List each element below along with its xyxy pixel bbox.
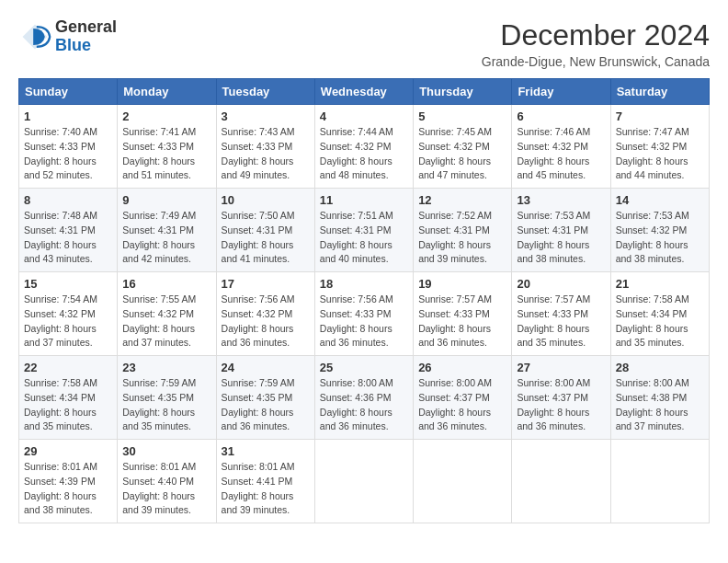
day-number: 27 [517,361,605,374]
day-number: 17 [222,277,310,291]
day-info: Sunrise: 7:58 AM Sunset: 4:34 PM Dayligh… [616,293,704,350]
day-info: Sunrise: 7:41 AM Sunset: 4:33 PM Dayligh… [122,125,210,183]
calendar-cell: 18 Sunrise: 7:56 AM Sunset: 4:33 PM Dayl… [314,272,413,356]
day-info: Sunrise: 7:58 AM Sunset: 4:34 PM Dayligh… [24,376,112,434]
day-info: Sunrise: 8:00 AM Sunset: 4:38 PM Dayligh… [616,376,704,434]
day-number: 10 [222,193,310,207]
calendar-cell: 5 Sunrise: 7:45 AM Sunset: 4:32 PM Dayli… [414,105,512,189]
day-number: 20 [517,277,605,291]
calendar-table: SundayMondayTuesdayWednesdayThursdayFrid… [18,78,710,523]
day-info: Sunrise: 7:52 AM Sunset: 4:31 PM Dayligh… [418,209,506,267]
calendar-cell: 27 Sunrise: 8:00 AM Sunset: 4:37 PM Dayl… [512,356,610,440]
day-info: Sunrise: 7:56 AM Sunset: 4:33 PM Dayligh… [320,293,408,350]
day-number: 11 [320,193,408,207]
day-info: Sunrise: 7:59 AM Sunset: 4:35 PM Dayligh… [122,376,210,434]
day-info: Sunrise: 7:46 AM Sunset: 4:32 PM Dayligh… [517,125,605,183]
calendar-cell: 9 Sunrise: 7:49 AM Sunset: 4:31 PM Dayli… [118,189,216,272]
calendar-week-row: 1 Sunrise: 7:40 AM Sunset: 4:33 PM Dayli… [19,105,710,189]
calendar-cell: 13 Sunrise: 7:53 AM Sunset: 4:31 PM Dayl… [512,189,610,272]
day-number: 8 [24,193,112,207]
day-number: 3 [222,109,310,123]
calendar-cell: 4 Sunrise: 7:44 AM Sunset: 4:32 PM Dayli… [314,105,413,189]
calendar-cell [314,440,413,523]
day-number: 18 [320,277,408,291]
weekday-header-monday: Monday [118,79,216,105]
day-info: Sunrise: 7:51 AM Sunset: 4:31 PM Dayligh… [320,209,408,267]
calendar-cell: 7 Sunrise: 7:47 AM Sunset: 4:32 PM Dayli… [610,105,709,189]
month-title: December 2024 [482,18,710,52]
weekday-header-friday: Friday [512,79,610,105]
day-info: Sunrise: 7:59 AM Sunset: 4:35 PM Dayligh… [222,376,310,434]
day-info: Sunrise: 7:48 AM Sunset: 4:31 PM Dayligh… [24,209,112,267]
day-info: Sunrise: 8:01 AM Sunset: 4:40 PM Dayligh… [122,460,210,518]
day-number: 6 [517,109,605,123]
page-header: General Blue December 2024 Grande-Digue,… [18,18,710,69]
calendar-cell: 16 Sunrise: 7:55 AM Sunset: 4:32 PM Dayl… [118,272,216,356]
calendar-cell: 23 Sunrise: 7:59 AM Sunset: 4:35 PM Dayl… [118,356,216,440]
logo-icon [18,20,51,53]
day-info: Sunrise: 7:40 AM Sunset: 4:33 PM Dayligh… [24,125,112,183]
title-block: December 2024 Grande-Digue, New Brunswic… [482,18,710,69]
calendar-cell: 1 Sunrise: 7:40 AM Sunset: 4:33 PM Dayli… [19,105,118,189]
logo: General Blue [18,18,117,55]
day-info: Sunrise: 7:47 AM Sunset: 4:32 PM Dayligh… [616,125,704,183]
calendar-cell: 29 Sunrise: 8:01 AM Sunset: 4:39 PM Dayl… [19,440,118,523]
day-info: Sunrise: 7:57 AM Sunset: 4:33 PM Dayligh… [418,293,506,350]
calendar-cell [414,440,512,523]
weekday-header-sunday: Sunday [19,79,118,105]
day-number: 24 [222,361,310,374]
calendar-week-row: 29 Sunrise: 8:01 AM Sunset: 4:39 PM Dayl… [19,440,710,523]
calendar-week-row: 22 Sunrise: 7:58 AM Sunset: 4:34 PM Dayl… [19,356,710,440]
location: Grande-Digue, New Brunswick, Canada [482,54,710,69]
day-info: Sunrise: 7:45 AM Sunset: 4:32 PM Dayligh… [418,125,506,183]
weekday-header-saturday: Saturday [610,79,709,105]
day-info: Sunrise: 8:00 AM Sunset: 4:37 PM Dayligh… [517,376,605,434]
day-number: 19 [418,277,506,291]
day-info: Sunrise: 8:00 AM Sunset: 4:36 PM Dayligh… [320,376,408,434]
calendar-cell: 28 Sunrise: 8:00 AM Sunset: 4:38 PM Dayl… [610,356,709,440]
day-info: Sunrise: 7:50 AM Sunset: 4:31 PM Dayligh… [222,209,310,267]
day-number: 1 [24,109,112,123]
day-number: 31 [222,444,310,458]
calendar-cell: 15 Sunrise: 7:54 AM Sunset: 4:32 PM Dayl… [19,272,118,356]
calendar-cell [512,440,610,523]
day-info: Sunrise: 8:00 AM Sunset: 4:37 PM Dayligh… [418,376,506,434]
day-number: 13 [517,193,605,207]
calendar-cell: 19 Sunrise: 7:57 AM Sunset: 4:33 PM Dayl… [414,272,512,356]
day-info: Sunrise: 7:49 AM Sunset: 4:31 PM Dayligh… [122,209,210,267]
calendar-cell: 17 Sunrise: 7:56 AM Sunset: 4:32 PM Dayl… [216,272,314,356]
day-info: Sunrise: 7:53 AM Sunset: 4:32 PM Dayligh… [616,209,704,267]
day-number: 2 [122,109,210,123]
weekday-header-wednesday: Wednesday [314,79,413,105]
calendar-cell: 21 Sunrise: 7:58 AM Sunset: 4:34 PM Dayl… [610,272,709,356]
calendar-cell: 6 Sunrise: 7:46 AM Sunset: 4:32 PM Dayli… [512,105,610,189]
calendar-cell: 26 Sunrise: 8:00 AM Sunset: 4:37 PM Dayl… [414,356,512,440]
calendar-cell: 31 Sunrise: 8:01 AM Sunset: 4:41 PM Dayl… [216,440,314,523]
day-number: 28 [616,361,704,374]
calendar-cell: 30 Sunrise: 8:01 AM Sunset: 4:40 PM Dayl… [118,440,216,523]
day-number: 5 [418,109,506,123]
day-number: 26 [418,361,506,374]
calendar-cell: 3 Sunrise: 7:43 AM Sunset: 4:33 PM Dayli… [216,105,314,189]
day-number: 4 [320,109,408,123]
day-number: 15 [24,277,112,291]
calendar-week-row: 15 Sunrise: 7:54 AM Sunset: 4:32 PM Dayl… [19,272,710,356]
day-info: Sunrise: 7:44 AM Sunset: 4:32 PM Dayligh… [320,125,408,183]
day-info: Sunrise: 8:01 AM Sunset: 4:39 PM Dayligh… [24,460,112,518]
logo-text: General Blue [55,18,117,55]
calendar-cell: 24 Sunrise: 7:59 AM Sunset: 4:35 PM Dayl… [216,356,314,440]
day-number: 12 [418,193,506,207]
day-info: Sunrise: 7:56 AM Sunset: 4:32 PM Dayligh… [222,293,310,350]
calendar-cell: 11 Sunrise: 7:51 AM Sunset: 4:31 PM Dayl… [314,189,413,272]
day-info: Sunrise: 7:57 AM Sunset: 4:33 PM Dayligh… [517,293,605,350]
weekday-header-thursday: Thursday [414,79,512,105]
day-number: 29 [24,444,112,458]
calendar-cell: 20 Sunrise: 7:57 AM Sunset: 4:33 PM Dayl… [512,272,610,356]
day-info: Sunrise: 7:43 AM Sunset: 4:33 PM Dayligh… [222,125,310,183]
day-number: 23 [122,361,210,374]
calendar-cell: 22 Sunrise: 7:58 AM Sunset: 4:34 PM Dayl… [19,356,118,440]
day-info: Sunrise: 7:55 AM Sunset: 4:32 PM Dayligh… [122,293,210,350]
day-number: 7 [616,109,704,123]
weekday-header-tuesday: Tuesday [216,79,314,105]
calendar-cell: 12 Sunrise: 7:52 AM Sunset: 4:31 PM Dayl… [414,189,512,272]
